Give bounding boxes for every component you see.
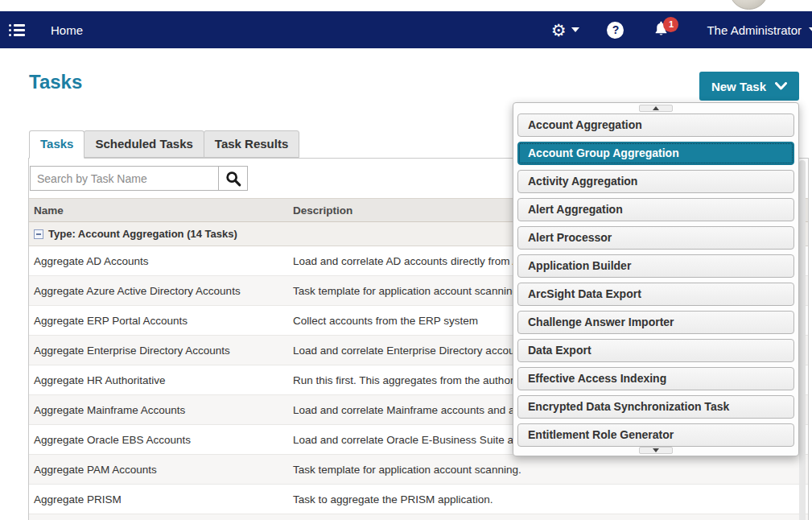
settings-menu-button[interactable]: ⚙ bbox=[551, 22, 580, 39]
menu-item-data-export[interactable]: Data Export bbox=[517, 339, 794, 362]
user-name-label: The Administrator bbox=[707, 23, 802, 37]
table-row[interactable]: Aggregate PRISM Task to aggregate the PR… bbox=[29, 485, 808, 514]
task-name: Aggregate HR Authoritative bbox=[29, 374, 288, 386]
task-name: Aggregate PAM Accounts bbox=[29, 464, 288, 476]
menu-item-alert-processor[interactable]: Alert Processor bbox=[517, 226, 794, 250]
nav-home-link[interactable]: Home bbox=[51, 23, 83, 37]
task-description: Task template for application account sc… bbox=[288, 464, 808, 476]
gear-icon: ⚙ bbox=[551, 22, 567, 39]
navbar-right: ⚙ ? 1 The Administrator bbox=[551, 20, 812, 40]
menu-icon[interactable] bbox=[9, 24, 25, 36]
notification-badge: 1 bbox=[663, 17, 678, 32]
menu-item-encrypted-data-synchronization-task[interactable]: Encrypted Data Synchronization Task bbox=[517, 395, 794, 419]
scroll-down-button[interactable] bbox=[639, 447, 673, 454]
menu-item-challenge-answer-importer[interactable]: Challenge Answer Importer bbox=[517, 311, 794, 334]
tab-tasks[interactable]: Tasks bbox=[29, 130, 84, 159]
chevron-down-icon bbox=[775, 82, 787, 90]
tab-bar: Tasks Scheduled Tasks Task Results bbox=[29, 130, 299, 159]
task-name: Aggregate ERP Portal Accounts bbox=[29, 315, 288, 327]
table-row[interactable] bbox=[29, 514, 808, 520]
menu-item-effective-access-indexing[interactable]: Effective Access Indexing bbox=[517, 367, 794, 390]
new-task-dropdown: Account Aggregation Account Group Aggreg… bbox=[513, 102, 799, 456]
search-input[interactable] bbox=[30, 166, 219, 191]
menu-item-entitlement-role-generator[interactable]: Entitlement Role Generator bbox=[517, 423, 794, 447]
tab-scheduled-tasks[interactable]: Scheduled Tasks bbox=[84, 130, 204, 158]
table-row[interactable]: Aggregate PAM Accounts Task template for… bbox=[29, 455, 808, 485]
task-name: Aggregate Mainframe Accounts bbox=[29, 404, 288, 416]
task-name: Aggregate Oracle EBS Accounts bbox=[29, 434, 288, 446]
task-name: Aggregate Enterprise Directory Accounts bbox=[29, 345, 288, 357]
scroll-down-icon bbox=[653, 448, 659, 452]
notifications-button[interactable]: 1 bbox=[653, 20, 670, 40]
screen: Home ⚙ ? 1 The Administrator Tasks bbox=[0, 0, 812, 520]
task-name: Aggregate PRISM bbox=[29, 493, 288, 506]
avatar bbox=[729, 0, 769, 10]
menu-item-account-group-aggregation[interactable]: Account Group Aggregation bbox=[517, 142, 794, 165]
new-task-label: New Task bbox=[711, 80, 766, 93]
menu-item-activity-aggregation[interactable]: Activity Aggregation bbox=[517, 170, 794, 193]
task-name: Aggregate Azure Active Directory Account… bbox=[29, 285, 288, 297]
browser-top-strip bbox=[0, 0, 812, 11]
task-description: Task to aggregate the PRISM application. bbox=[288, 493, 808, 506]
page-title: Tasks bbox=[29, 71, 82, 93]
chevron-down-icon bbox=[571, 27, 579, 32]
user-chevron-down-icon bbox=[809, 27, 812, 32]
collapse-group-icon[interactable] bbox=[34, 229, 43, 239]
user-menu-button[interactable]: The Administrator bbox=[707, 23, 802, 37]
menu-item-application-builder[interactable]: Application Builder bbox=[517, 254, 794, 278]
group-row-label: Type: Account Aggregation (14 Tasks) bbox=[48, 228, 237, 240]
help-button[interactable]: ? bbox=[607, 22, 624, 39]
scroll-up-button[interactable] bbox=[639, 105, 673, 112]
tab-task-results[interactable]: Task Results bbox=[204, 130, 299, 158]
new-task-menu-list: Account Aggregation Account Group Aggreg… bbox=[517, 113, 794, 452]
task-name: Aggregate AD Accounts bbox=[29, 255, 288, 267]
column-header-name[interactable]: Name bbox=[29, 204, 288, 217]
menu-item-alert-aggregation[interactable]: Alert Aggregation bbox=[517, 198, 794, 221]
menu-item-account-aggregation[interactable]: Account Aggregation bbox=[517, 113, 794, 137]
search-button[interactable] bbox=[218, 166, 248, 191]
search-icon bbox=[225, 170, 242, 188]
vertical-scrollbar[interactable] bbox=[799, 160, 806, 520]
scroll-up-icon bbox=[653, 106, 659, 110]
question-mark-icon: ? bbox=[612, 23, 620, 36]
top-navbar: Home ⚙ ? 1 The Administrator bbox=[0, 11, 812, 48]
new-task-button[interactable]: New Task bbox=[699, 72, 799, 101]
menu-item-arcsight-data-export[interactable]: ArcSight Data Export bbox=[517, 283, 794, 306]
